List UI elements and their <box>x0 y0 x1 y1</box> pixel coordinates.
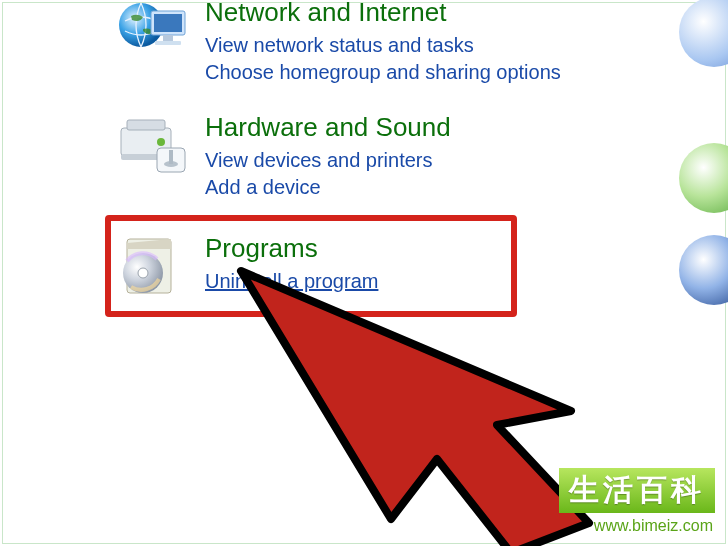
category-heading-programs[interactable]: Programs <box>205 233 378 264</box>
watermark-logo: 生活百科 <box>559 468 715 513</box>
category-text: Network and Internet View network status… <box>205 0 561 88</box>
svg-point-14 <box>138 268 148 278</box>
control-panel-category-list: Network and Internet View network status… <box>113 0 725 329</box>
category-hardware-and-sound: Hardware and Sound View devices and prin… <box>113 106 725 203</box>
category-programs: Programs Uninstall a program <box>113 221 725 311</box>
window-frame: Network and Internet View network status… <box>2 2 726 544</box>
ease-of-access-icon <box>679 235 728 305</box>
watermark-url: www.bimeiz.com <box>594 517 713 535</box>
category-heading-network[interactable]: Network and Internet <box>205 0 561 28</box>
category-heading-hardware[interactable]: Hardware and Sound <box>205 112 451 143</box>
programs-icon <box>113 227 191 305</box>
right-column-partial <box>681 0 725 533</box>
svg-point-8 <box>157 138 165 146</box>
svg-rect-11 <box>169 150 173 164</box>
svg-rect-2 <box>154 14 182 32</box>
hardware-and-sound-icon <box>113 106 191 184</box>
category-text: Hardware and Sound View devices and prin… <box>205 106 451 203</box>
network-and-internet-icon <box>113 0 191 69</box>
svg-rect-3 <box>163 35 173 41</box>
user-accounts-icon <box>679 0 728 67</box>
link-view-devices-printers[interactable]: View devices and printers <box>205 149 451 172</box>
link-uninstall-program[interactable]: Uninstall a program <box>205 270 378 293</box>
clock-region-icon <box>679 143 728 213</box>
link-add-device[interactable]: Add a device <box>205 176 451 199</box>
svg-rect-6 <box>127 120 165 130</box>
category-text: Programs Uninstall a program <box>205 227 378 297</box>
link-choose-homegroup[interactable]: Choose homegroup and sharing options <box>205 61 561 84</box>
category-network-and-internet: Network and Internet View network status… <box>113 0 725 88</box>
svg-rect-4 <box>155 41 181 45</box>
link-view-network-status[interactable]: View network status and tasks <box>205 34 561 57</box>
